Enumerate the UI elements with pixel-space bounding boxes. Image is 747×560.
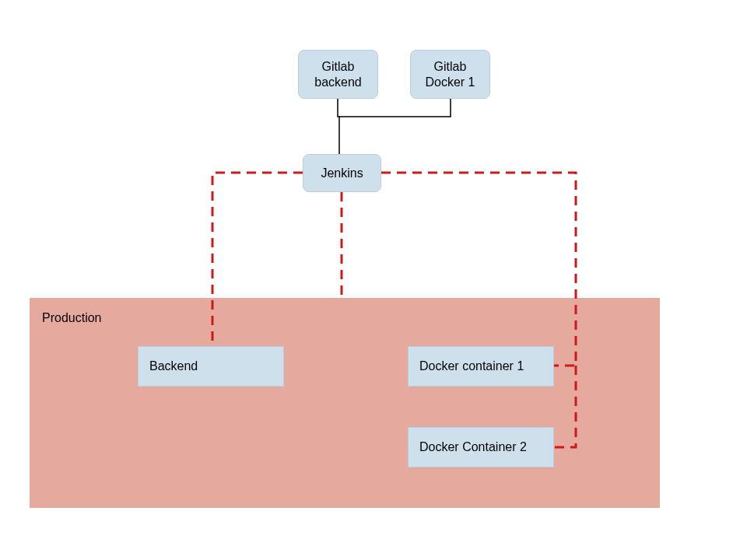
edge-gitlab-docker1-to-jenkins [339, 99, 451, 117]
production-container [30, 298, 660, 508]
node-gitlab-docker1: Gitlab Docker 1 [410, 50, 490, 99]
node-backend: Backend [138, 346, 284, 387]
node-gitlab-docker1-label: Gitlab Docker 1 [416, 59, 485, 90]
node-docker1-label: Docker container 1 [419, 359, 524, 374]
diagram-canvas: Production Gitlab backend Gitlab Docker … [0, 0, 747, 560]
node-backend-label: Backend [149, 359, 198, 374]
node-gitlab-backend-label: Gitlab backend [303, 59, 373, 90]
edge-gitlab-backend-to-jenkins [338, 99, 339, 156]
node-jenkins: Jenkins [303, 154, 381, 192]
node-docker2: Docker Container 2 [408, 427, 554, 467]
node-docker1: Docker container 1 [408, 346, 554, 387]
node-jenkins-label: Jenkins [321, 166, 363, 181]
node-docker2-label: Docker Container 2 [419, 439, 527, 455]
node-gitlab-backend: Gitlab backend [298, 50, 378, 99]
production-label: Production [42, 311, 102, 325]
